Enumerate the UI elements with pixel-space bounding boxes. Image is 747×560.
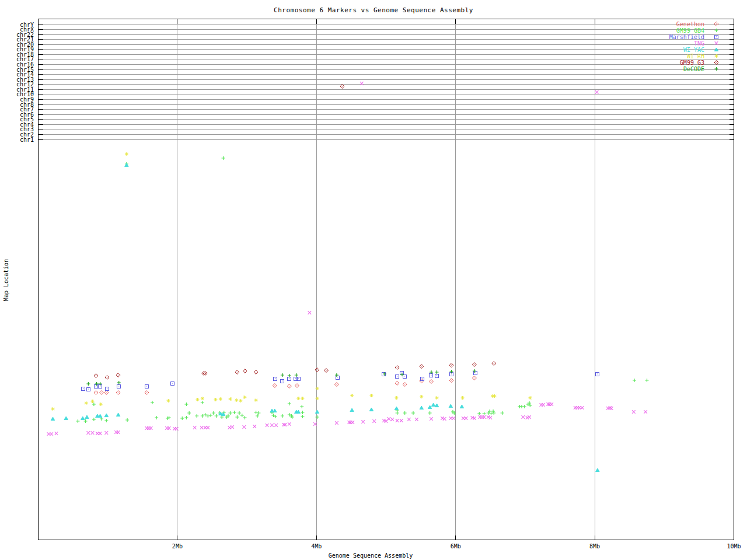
data-point-wi-yac <box>81 416 85 420</box>
data-point-tng <box>387 417 390 421</box>
data-point-gm99-gb4 <box>281 414 284 418</box>
data-point-gm99-gb4 <box>403 411 407 415</box>
data-point-gm99-gb4 <box>315 415 319 419</box>
data-point-genethon-dot <box>474 378 474 379</box>
data-point-wi-rh <box>461 396 465 400</box>
x-tick-label-2mb: 2Mb <box>165 543 190 550</box>
data-point-gm99-g3-dot <box>256 372 256 373</box>
data-point-wi-rh <box>315 397 319 400</box>
data-point-tng <box>91 431 95 435</box>
data-point-wi-rh <box>369 394 373 397</box>
data-point-wi-yac <box>428 405 431 409</box>
data-point-decode <box>295 373 298 377</box>
data-point-gm99-gb4 <box>411 411 415 415</box>
legend-marker-marshfield-dot <box>716 37 717 37</box>
data-point-marshfield-dot <box>289 379 289 379</box>
data-point-wi-rh <box>296 397 300 400</box>
data-point-genethon-dot <box>296 386 297 386</box>
data-point-marshfield-dot <box>597 374 598 374</box>
data-point-genethon-dot <box>146 393 147 393</box>
data-point-marshfield-dot <box>337 377 338 378</box>
plot-canvas <box>0 0 747 560</box>
data-point-wi-yac <box>369 408 373 411</box>
data-point-gm99-g3-dot <box>451 365 452 366</box>
data-point-wi-rh <box>85 401 88 405</box>
chrom-label-chr1: chr1 <box>2 136 34 143</box>
data-point-decode <box>450 370 453 373</box>
data-point-tng <box>117 430 120 434</box>
data-point-genethon-dot <box>118 393 118 393</box>
data-point-gm99-gb4 <box>212 411 215 415</box>
x-axis-label: Genome Sequence Assembly <box>0 552 741 559</box>
data-point-gm99-gb4 <box>184 402 188 406</box>
data-point-tng <box>105 431 109 435</box>
data-point-tng <box>193 426 197 429</box>
data-point-marshfield-dot <box>475 373 476 373</box>
data-point-gm99-g3-dot <box>474 365 474 365</box>
data-point-wi-yac <box>431 403 435 407</box>
data-point-gm99-g3-dot <box>237 372 238 373</box>
data-point-genethon-dot <box>451 380 452 381</box>
legend-marker-gm99-g3-dot <box>716 62 717 63</box>
data-point-marshfield-dot <box>88 389 89 390</box>
data-point-wi-rh <box>99 402 103 406</box>
data-point-tng <box>50 432 53 436</box>
data-point-gm99-gb4 <box>300 405 303 408</box>
data-point-marshfield-dot <box>172 383 173 384</box>
data-point-gm99-g3-dot <box>397 368 397 368</box>
legend-label-wi-yac: WI YAC <box>611 47 704 53</box>
data-point-tng <box>55 432 58 435</box>
data-point-gm99-gb4 <box>645 379 649 382</box>
data-point-gm99-gb4 <box>240 414 244 417</box>
data-point-marshfield-dot <box>431 375 431 376</box>
legend-marker-genethon-dot <box>716 24 717 24</box>
data-point-tng <box>87 431 90 435</box>
data-point-marshfield-dot <box>275 379 275 379</box>
data-point-genethon-dot <box>274 386 275 386</box>
data-point-tng <box>452 416 455 420</box>
data-point-wi-yac <box>449 404 452 408</box>
data-point-tng <box>550 402 553 406</box>
legend-label-gm99-g3: GM99 G3 <box>611 60 704 66</box>
data-point-gm99-gb4 <box>76 419 79 423</box>
data-point-genethon-dot <box>101 393 102 393</box>
data-point-marshfield-dot <box>146 386 147 387</box>
data-point-tng <box>266 424 269 427</box>
data-point-decode <box>117 381 121 384</box>
data-point-genethon-dot <box>106 393 107 393</box>
data-point-tng <box>274 424 278 427</box>
data-point-marshfield-dot <box>295 379 296 379</box>
data-point-decode <box>435 370 439 374</box>
data-point-genethon-dot <box>404 384 405 385</box>
data-point-tng <box>390 418 394 421</box>
data-point-marshfield-dot <box>422 379 423 379</box>
data-point-marshfield-dot <box>397 376 397 377</box>
data-point-genethon-dot <box>421 381 422 382</box>
x-tick-label-6mb: 6Mb <box>443 543 469 550</box>
data-point-gm99-gb4 <box>235 415 239 419</box>
data-point-wi-yac <box>116 413 120 416</box>
data-point-wi-yac <box>395 407 398 410</box>
data-point-decode <box>281 373 284 377</box>
data-point-wi-yac <box>315 410 319 414</box>
data-point-wi-yac <box>596 468 599 472</box>
data-point-wi-yac <box>420 406 423 410</box>
data-point-gm99-gb4 <box>483 412 486 415</box>
data-point-marshfield-dot <box>118 386 119 387</box>
data-point-wi-rh <box>228 397 232 401</box>
data-point-marshfield-dot <box>437 376 437 376</box>
data-point-marshfield-dot <box>451 374 452 374</box>
data-point-gm99-gb4 <box>491 410 495 413</box>
data-point-wi-rh <box>350 394 354 397</box>
data-point-tng <box>207 426 210 429</box>
data-point-wi-rh <box>420 395 423 398</box>
data-point-gm99-g3-dot <box>96 376 96 376</box>
data-point-wi-rh <box>239 399 242 402</box>
plot-border <box>39 19 734 540</box>
x-tick-label-10mb: 10Mb <box>721 543 747 550</box>
data-point-marshfield-dot <box>100 386 100 387</box>
data-point-gm99-gb4 <box>233 411 236 414</box>
data-point-gm99-gb4 <box>201 401 204 404</box>
data-point-tng <box>351 421 354 424</box>
data-point-gm99-gb4 <box>288 402 291 405</box>
